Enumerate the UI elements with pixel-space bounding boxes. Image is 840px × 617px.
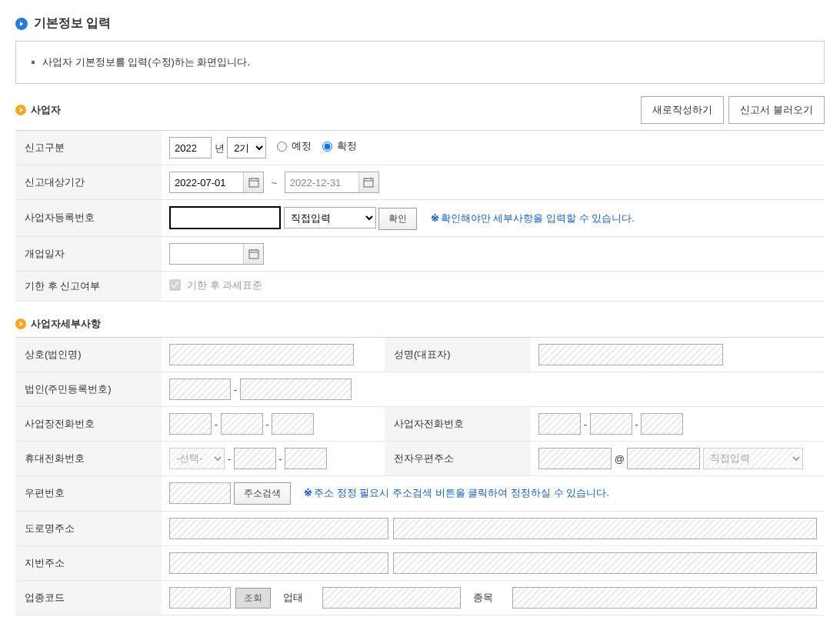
date-from-input[interactable] [170, 172, 243, 192]
input-method-select[interactable]: 직접입력 [284, 207, 376, 228]
label-open-date: 개업일자 [15, 236, 162, 271]
svg-rect-8 [249, 250, 258, 258]
label-report-type: 신고구분 [15, 131, 162, 165]
biz-code-input [169, 587, 231, 609]
arrow-circle-icon [15, 18, 28, 30]
label-report-period: 신고대상기간 [15, 165, 162, 200]
corp-reg-no-2 [240, 379, 352, 400]
label-biz-code: 업종코드 [15, 581, 162, 615]
dash-separator: - [234, 383, 237, 395]
owner-phone-2 [590, 413, 632, 435]
chevron-circle-icon [15, 319, 26, 329]
email-at: @ [615, 452, 625, 464]
label-biz-kind: 업태 [275, 591, 318, 605]
asterisk-icon: ※ [431, 212, 439, 224]
date-to-wrap [285, 172, 379, 193]
business-section-title: 사업자 [31, 103, 61, 117]
zip-search-button[interactable]: 주소검색 [234, 482, 291, 505]
jibun-addr-1 [169, 552, 388, 574]
label-biz-phone: 사업장전화번호 [15, 406, 162, 441]
zip-hint: ※주소 정정 필요시 주소검색 버튼을 클릭하여 정정하실 수 있습니다. [304, 487, 609, 499]
email-domain-select: 직접입력 [703, 448, 803, 469]
rep-name-input [538, 344, 723, 365]
jibun-addr-2 [393, 552, 817, 574]
owner-phone-3 [641, 413, 683, 435]
biz-item-input [512, 587, 817, 609]
biz-reg-no-input[interactable] [169, 206, 281, 229]
label-rep-name: 성명(대표자) [385, 337, 531, 372]
date-from-wrap [169, 172, 264, 193]
corp-reg-no-1 [169, 379, 231, 400]
radio-scheduled-label: 예정 [292, 139, 312, 153]
calendar-icon[interactable] [243, 244, 263, 264]
year-input[interactable] [169, 137, 212, 158]
open-date-input[interactable] [170, 244, 243, 264]
mobile-2 [234, 448, 276, 469]
asterisk-icon: ※ [304, 487, 312, 499]
late-report-checkbox [169, 279, 181, 291]
svg-rect-0 [249, 178, 258, 187]
email-domain [627, 448, 700, 469]
label-jibun-addr: 지번주소 [15, 546, 162, 581]
zip-input [169, 482, 231, 504]
info-box: 사업자 기본정보를 입력(수정)하는 화면입니다. [15, 41, 825, 84]
biz-phone-1 [169, 413, 212, 435]
calendar-icon[interactable] [358, 172, 378, 192]
mobile-3 [285, 448, 327, 469]
label-biz-item: 종목 [465, 591, 508, 605]
road-addr-1 [169, 518, 388, 539]
label-corp-reg-no: 법인(주민등록번호) [15, 372, 162, 406]
page-title-row: 기본정보 입력 [15, 15, 825, 32]
label-biz-reg-no: 사업자등록번호 [15, 200, 162, 237]
label-corp-name: 상호(법인명) [15, 337, 162, 372]
road-addr-2 [393, 518, 817, 539]
biz-phone-2 [221, 413, 263, 435]
late-report-label: 기한 후 과세표준 [187, 278, 262, 292]
owner-phone-1 [538, 413, 581, 435]
chevron-circle-icon [15, 105, 26, 115]
label-email: 전자우편주소 [385, 441, 531, 475]
lookup-button[interactable]: 조회 [235, 588, 271, 609]
biz-phone-3 [272, 413, 314, 435]
business-header: 사업자 새로작성하기 신고서 불러오기 [15, 96, 825, 124]
detail-section-title: 사업자세부사항 [31, 317, 101, 331]
load-report-button[interactable]: 신고서 불러오기 [728, 96, 825, 124]
info-text: 사업자 기본정보를 입력(수정)하는 화면입니다. [42, 55, 250, 69]
date-to-input [285, 172, 358, 192]
radio-confirmed-label: 확정 [337, 139, 357, 153]
page-title: 기본정보 입력 [34, 15, 111, 32]
calendar-icon[interactable] [243, 172, 263, 192]
label-owner-phone: 사업자전화번호 [385, 406, 531, 441]
period-select[interactable]: 2기 [227, 137, 266, 158]
radio-confirmed[interactable] [322, 142, 332, 152]
year-suffix: 년 [215, 142, 225, 154]
radio-scheduled[interactable] [277, 142, 287, 152]
biz-kind-input [322, 587, 461, 609]
detail-form: 상호(법인명) 성명(대표자) 법인(주민등록번호) - 사업장전화번호 - -… [15, 337, 825, 616]
label-road-addr: 도로명주소 [15, 512, 162, 546]
bullet-icon [32, 61, 35, 64]
label-late-report: 기한 후 신고여부 [15, 271, 162, 301]
confirm-button[interactable]: 확인 [378, 208, 417, 230]
business-form: 신고구분 년 2기 예정 확정 신고대상기간 [15, 130, 825, 302]
confirm-hint: ※확인해야만 세부사항을 입력할 수 있습니다. [431, 212, 635, 224]
corp-name-input [169, 344, 354, 365]
mobile-prefix-select: -선택- [169, 448, 225, 469]
label-mobile: 휴대전화번호 [15, 441, 162, 475]
svg-rect-4 [364, 178, 373, 187]
label-zip: 우편번호 [15, 475, 162, 512]
date-separator: ~ [272, 177, 278, 188]
new-button[interactable]: 새로작성하기 [641, 96, 724, 124]
email-local [538, 448, 612, 469]
open-date-wrap [169, 243, 264, 265]
